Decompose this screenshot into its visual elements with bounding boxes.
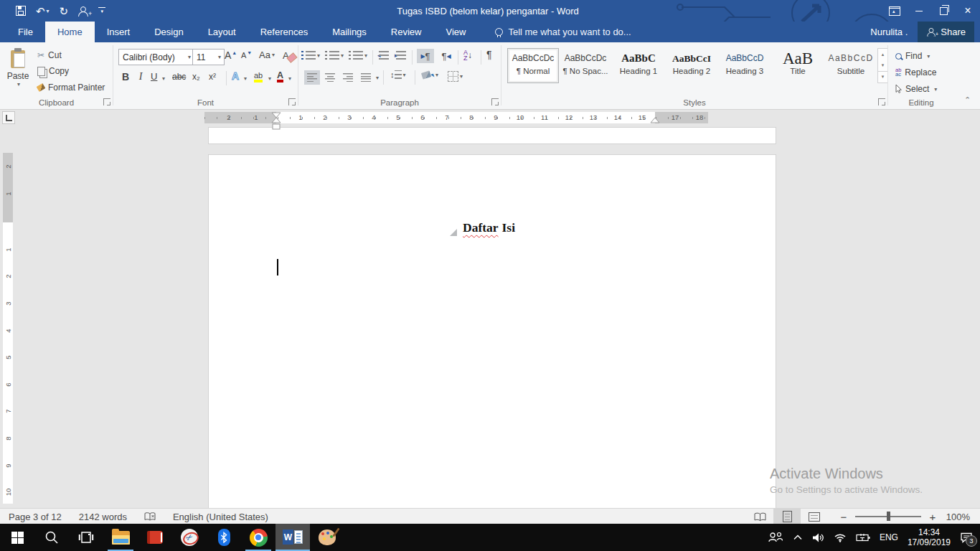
- web-layout-button[interactable]: [801, 509, 828, 524]
- align-center-button[interactable]: [322, 70, 338, 85]
- proofing-status[interactable]: [136, 509, 164, 524]
- hidden-icons-button[interactable]: [793, 534, 803, 540]
- bold-button[interactable]: B: [121, 71, 131, 83]
- style-subtitle[interactable]: AaBbCcD Subtitle: [826, 49, 876, 83]
- line-spacing-button[interactable]: ↕▾: [390, 70, 406, 79]
- battery-button[interactable]: [856, 533, 870, 542]
- clipboard-dialog-launcher[interactable]: [103, 98, 110, 105]
- undo-dropdown[interactable]: ▾: [47, 8, 50, 14]
- volume-button[interactable]: [812, 532, 824, 543]
- heading-collapse-triangle[interactable]: [450, 229, 457, 236]
- font-dialog-launcher[interactable]: [288, 98, 296, 105]
- clear-formatting-button[interactable]: A: [283, 50, 296, 61]
- share-button[interactable]: + Share: [918, 22, 974, 42]
- ltr-direction-button[interactable]: ▶¶: [417, 49, 434, 63]
- paragraph-dialog-launcher[interactable]: [491, 98, 499, 105]
- collapse-ribbon-button[interactable]: ⌃: [964, 95, 971, 105]
- language-indicator[interactable]: English (United States): [164, 509, 277, 524]
- font-name-combo[interactable]: Calibri (Body)▾: [118, 49, 194, 65]
- bluetooth-button[interactable]: [207, 524, 241, 551]
- word-count-indicator[interactable]: 2142 words: [70, 509, 136, 524]
- chrome-button[interactable]: [241, 524, 275, 551]
- read-mode-button[interactable]: [746, 509, 773, 524]
- zoom-out-button[interactable]: −: [839, 511, 848, 523]
- select-button[interactable]: Select▾: [895, 84, 937, 94]
- style-normal[interactable]: AaBbCcDc ¶ Normal: [507, 48, 559, 83]
- highlight-dropdown[interactable]: ▾: [268, 75, 271, 82]
- tab-view[interactable]: View: [433, 22, 478, 42]
- style-no-spacing[interactable]: AaBbCcDc ¶ No Spac...: [560, 49, 611, 83]
- tab-insert[interactable]: Insert: [95, 22, 143, 42]
- replace-button[interactable]: abacReplace: [895, 67, 936, 77]
- increase-indent-button[interactable]: ▸: [396, 51, 406, 60]
- first-line-indent-marker[interactable]: [271, 112, 281, 123]
- clock[interactable]: 14:34 17/09/2019: [908, 527, 951, 547]
- left-indent-marker[interactable]: [272, 123, 281, 130]
- customize-qat-button[interactable]: ▾: [98, 7, 105, 14]
- styles-gallery-more[interactable]: ▼: [878, 71, 887, 83]
- tab-references[interactable]: References: [248, 22, 320, 42]
- tab-file[interactable]: File: [6, 22, 45, 42]
- decrease-indent-button[interactable]: ◂: [379, 51, 389, 60]
- superscript-button[interactable]: x²: [209, 72, 216, 82]
- restore-button[interactable]: [931, 0, 956, 22]
- grow-font-button[interactable]: A▲: [225, 50, 237, 61]
- justify-dropdown[interactable]: ▾: [376, 75, 379, 81]
- close-button[interactable]: ×: [956, 0, 980, 22]
- underline-dropdown[interactable]: ▾: [162, 75, 165, 82]
- align-left-button[interactable]: [304, 70, 320, 85]
- save-button[interactable]: [16, 6, 26, 16]
- language-switcher[interactable]: ENG: [880, 532, 898, 542]
- zoom-slider-track[interactable]: [855, 516, 921, 517]
- tab-design[interactable]: Design: [142, 22, 195, 42]
- italic-button[interactable]: I: [137, 71, 144, 83]
- style-heading3[interactable]: AaBbCcD Heading 3: [720, 49, 770, 83]
- page-number-indicator[interactable]: Page 3 of 12: [0, 509, 70, 524]
- bullets-button[interactable]: ▾: [306, 51, 320, 60]
- page-2-bottom[interactable]: [208, 127, 776, 144]
- undo-button[interactable]: ↶▾: [36, 6, 50, 17]
- rtl-direction-button[interactable]: ¶◀: [438, 49, 455, 63]
- tab-review[interactable]: Review: [379, 22, 434, 42]
- font-size-dropdown[interactable]: ▾: [215, 54, 224, 60]
- vertical-ruler[interactable]: 12345678910: [3, 222, 13, 504]
- font-color-dropdown[interactable]: ▾: [288, 75, 291, 82]
- page-3[interactable]: [208, 154, 776, 508]
- minimize-button[interactable]: [907, 0, 931, 22]
- action-center-button[interactable]: 3: [960, 532, 973, 543]
- font-size-combo[interactable]: 11▾: [192, 49, 225, 65]
- paste-button[interactable]: Paste ▾: [4, 48, 32, 100]
- underline-button[interactable]: U: [151, 71, 157, 82]
- account-button[interactable]: +: [78, 6, 88, 16]
- zoom-level[interactable]: 100%: [937, 512, 980, 522]
- right-indent-marker[interactable]: [650, 117, 660, 123]
- user-name[interactable]: Nurulita .: [870, 27, 908, 37]
- text-effects-button[interactable]: A: [232, 70, 239, 82]
- borders-button[interactable]: ▾: [448, 71, 463, 82]
- search-button[interactable]: [34, 524, 69, 551]
- style-heading2[interactable]: AaBbCcI Heading 2: [666, 49, 717, 83]
- shrink-font-button[interactable]: A▼: [241, 51, 252, 60]
- cut-button[interactable]: ✂Cut: [37, 50, 62, 60]
- zoom-in-button[interactable]: +: [928, 511, 937, 523]
- tab-mailings[interactable]: Mailings: [320, 22, 379, 42]
- file-explorer-button[interactable]: [103, 524, 138, 551]
- ribbon-display-options-button[interactable]: [882, 0, 907, 22]
- styles-scroll-up[interactable]: ▲: [878, 49, 887, 60]
- word-button[interactable]: W: [275, 524, 310, 551]
- shading-button[interactable]: ▾: [422, 72, 438, 78]
- subscript-button[interactable]: x₂: [192, 72, 200, 82]
- vertical-ruler-margin[interactable]: 21: [3, 153, 13, 222]
- styles-dialog-launcher[interactable]: [878, 98, 885, 105]
- strikethrough-button[interactable]: abc: [172, 72, 186, 82]
- highlight-button[interactable]: ab: [254, 72, 263, 83]
- wifi-button[interactable]: [834, 532, 847, 542]
- tab-layout[interactable]: Layout: [196, 22, 248, 42]
- paint-button[interactable]: [310, 524, 344, 551]
- zoom-slider-handle[interactable]: [887, 512, 890, 521]
- numbering-button[interactable]: ▾: [329, 51, 344, 60]
- find-button[interactable]: Find▾: [895, 51, 930, 61]
- style-title[interactable]: AaB Title: [773, 49, 823, 83]
- justify-button[interactable]: [358, 70, 374, 85]
- dictionary-app-button[interactable]: [138, 524, 172, 551]
